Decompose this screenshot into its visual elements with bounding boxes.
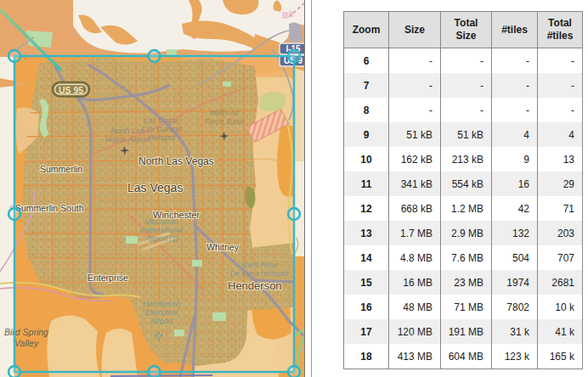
svg-text:Henderson: Henderson	[143, 300, 180, 308]
svg-text:Airport [1]: Airport [1]	[144, 234, 178, 243]
svg-text:Valley: Valley	[14, 338, 39, 348]
svg-text:Las Vegas: Las Vegas	[144, 116, 180, 125]
svg-text:Bird Spring: Bird Spring	[4, 327, 48, 337]
svg-text:City Garage: City Garage	[141, 125, 182, 133]
svg-text:International: International	[140, 226, 184, 234]
svg-text:De Lima Helispot: De Lima Helispot	[230, 269, 289, 278]
svg-text:Nellis Air: Nellis Air	[209, 109, 240, 117]
svg-text:Winchester: Winchester	[153, 210, 200, 220]
svg-text:Saint Rose: Saint Rose	[240, 261, 278, 269]
svg-text:Whitney: Whitney	[206, 242, 240, 252]
svg-text:Executive: Executive	[144, 308, 178, 317]
svg-text:Henderson: Henderson	[228, 279, 282, 292]
svg-text:Enterprise: Enterprise	[88, 273, 128, 283]
svg-text:Summerlin: Summerlin	[40, 164, 82, 174]
svg-text:Las Vegas: Las Vegas	[127, 181, 183, 194]
svg-text:North Las: North Las	[110, 127, 144, 135]
svg-text:Force Base: Force Base	[205, 117, 244, 126]
svg-text:Vegas Airport: Vegas Airport	[105, 135, 150, 143]
svg-text:Airport: Airport	[150, 317, 173, 325]
svg-text:Summerlin South: Summerlin South	[15, 203, 84, 213]
svg-text:US 95: US 95	[59, 85, 83, 95]
svg-text:Helispot: Helispot	[148, 133, 176, 142]
svg-text:North Las Vegas: North Las Vegas	[139, 155, 214, 167]
